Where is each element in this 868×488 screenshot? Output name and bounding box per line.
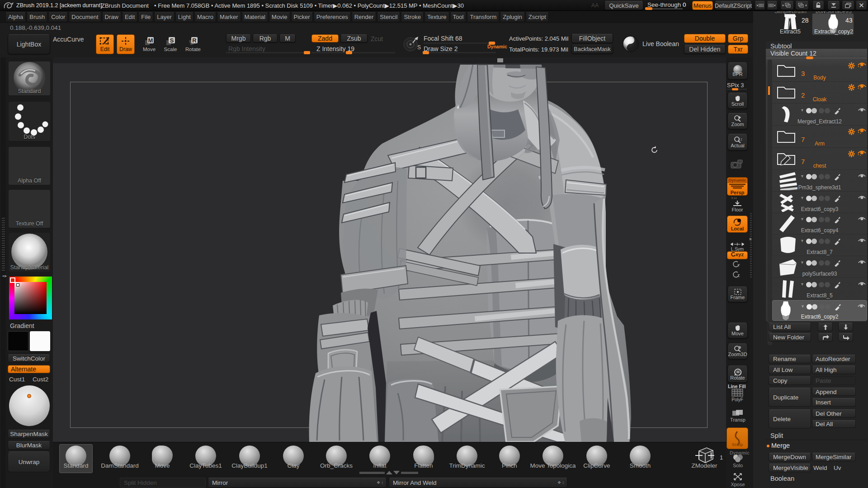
svg-text:Sculp: Sculp (732, 442, 743, 447)
svg-text:Y: Y (737, 263, 740, 267)
svg-text:M: M (148, 37, 153, 44)
svg-text:1:1: 1:1 (738, 138, 742, 141)
svg-text:S: S (417, 44, 421, 51)
svg-text:R: R (192, 37, 197, 44)
svg-text:S: S (170, 37, 174, 44)
svg-text:Z: Z (737, 273, 740, 278)
